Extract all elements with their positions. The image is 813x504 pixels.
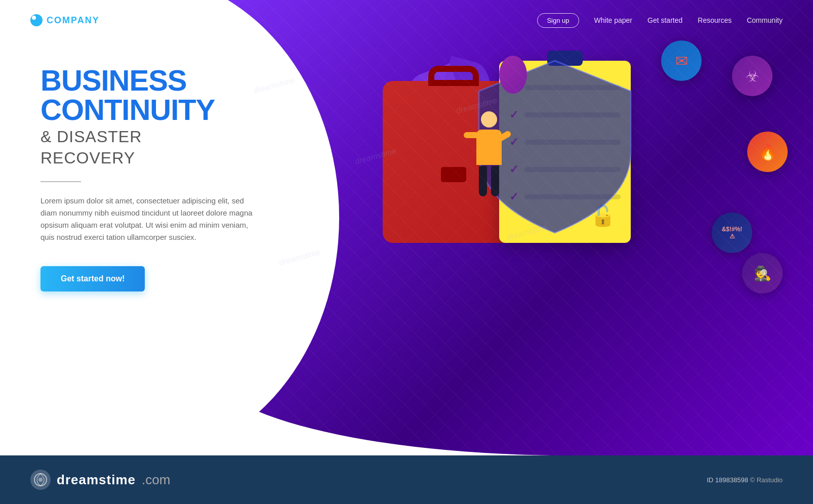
nav-link-getstarted[interactable]: Get started	[647, 16, 682, 24]
footer: dreamstime.com ID 189838598 © Rastudio	[0, 455, 813, 504]
nav-link-resources[interactable]: Resources	[698, 16, 731, 24]
nav-links: Sign up White paper Get started Resource…	[537, 13, 783, 28]
footer-brand-name: dreamstime	[57, 472, 136, 488]
grid-overlay	[202, 0, 813, 455]
navbar: COMPANY Sign up White paper Get started …	[0, 0, 813, 40]
footer-copyright: © Rastudio	[750, 476, 783, 484]
footer-right: ID 189838598 © Rastudio	[707, 476, 783, 484]
logo-text: COMPANY	[47, 15, 100, 26]
hero-content: BUSINESS CONTINUITY & DISASTERRECOVERY L…	[40, 66, 253, 291]
signup-button[interactable]: Sign up	[537, 13, 579, 28]
footer-logo: dreamstime.com	[30, 470, 170, 490]
nav-link-community[interactable]: Community	[747, 16, 783, 24]
footer-id: ID 189838598	[707, 476, 748, 484]
page-wrapper: COMPANY Sign up White paper Get started …	[0, 0, 813, 504]
footer-tld: .com	[142, 472, 170, 488]
logo-icon	[30, 14, 43, 26]
hero-title-line2: CONTINUITY	[40, 95, 253, 124]
hero-body-text: Lorem ipsum dolor sit amet, consectetuer…	[40, 195, 253, 243]
hero-title-line1: BUSINESS	[40, 66, 253, 95]
cta-button[interactable]: Get started now!	[40, 266, 145, 291]
logo: COMPANY	[30, 14, 100, 26]
footer-logo-icon	[30, 470, 51, 490]
hero-subtitle: & DISASTERRECOVERY	[40, 127, 253, 169]
svg-point-1	[38, 478, 43, 482]
nav-link-whitepaper[interactable]: White paper	[594, 16, 632, 24]
hero-divider	[40, 181, 81, 182]
